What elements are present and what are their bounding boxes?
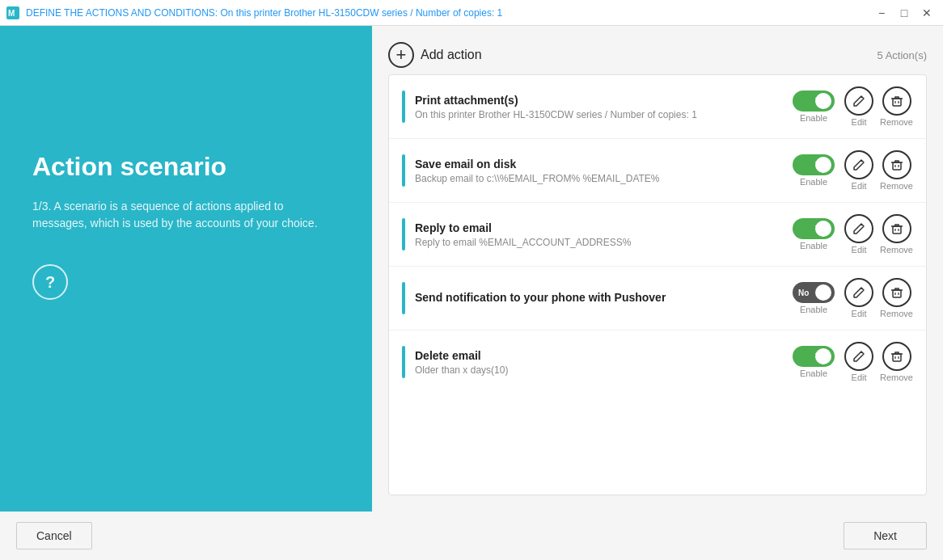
trash-icon [890, 286, 903, 299]
titlebar: M DEFINE THE ACTIONS AND CONDITIONS: On … [0, 0, 943, 26]
list-item: Save email on disk Backup email to c:\\%… [389, 139, 926, 203]
edit-icon [852, 286, 865, 299]
edit-icon [852, 222, 865, 235]
action-buttons: Edit Remove [844, 278, 913, 318]
right-panel: + Add action 5 Action(s) Print attachmen… [372, 26, 943, 512]
enable-label: Enable [800, 113, 827, 123]
action-subtitle: Backup email to c:\\%EMAIL_FROM% %EMAIL_… [415, 173, 783, 184]
action-bar [402, 91, 405, 123]
list-item: Reply to email Reply to email %EMAIL_ACC… [389, 203, 926, 267]
edit-button[interactable] [844, 342, 873, 371]
help-button[interactable]: ? [32, 264, 68, 300]
remove-wrap: Remove [880, 214, 913, 255]
action-info: Reply to email Reply to email %EMAIL_ACC… [415, 221, 783, 248]
svg-rect-10 [893, 226, 901, 234]
toggle-wrap: Yes Enable [793, 218, 835, 251]
actions-list: Print attachment(s) On this printer Brot… [388, 74, 927, 495]
remove-button[interactable] [882, 150, 911, 179]
action-bar [402, 218, 405, 251]
remove-label: Remove [880, 245, 913, 255]
action-buttons: Edit Remove [844, 150, 913, 191]
next-button[interactable]: Next [844, 522, 927, 549]
action-buttons: Edit Remove [844, 342, 913, 382]
panel-description: 1/3. A scenario is a sequence of actions… [32, 198, 340, 232]
edit-label: Edit [852, 309, 867, 318]
enable-toggle[interactable]: Yes [793, 91, 835, 112]
list-item: Print attachment(s) On this printer Brot… [389, 75, 926, 139]
edit-button[interactable] [844, 150, 873, 179]
remove-button[interactable] [882, 278, 911, 307]
enable-toggle[interactable]: Yes [793, 218, 835, 239]
enable-toggle[interactable]: Yes [793, 346, 835, 367]
remove-label: Remove [880, 117, 913, 127]
main-content: Action scenario 1/3. A scenario is a seq… [0, 26, 943, 512]
action-info: Save email on disk Backup email to c:\\%… [415, 158, 783, 184]
edit-wrap: Edit [844, 342, 873, 382]
remove-button[interactable] [882, 214, 911, 243]
add-icon: + [388, 42, 414, 68]
window-controls: − □ ✕ [872, 5, 937, 21]
trash-icon [890, 95, 903, 107]
list-item: Send notification to your phone with Pus… [389, 267, 926, 331]
action-subtitle: On this printer Brother HL-3150CDW serie… [415, 109, 783, 120]
action-bar [402, 282, 405, 314]
add-action-button[interactable]: + Add action [388, 42, 482, 68]
action-title: Delete email [415, 349, 783, 362]
svg-rect-2 [893, 99, 901, 106]
enable-label: Enable [800, 305, 827, 314]
edit-icon [852, 158, 865, 171]
svg-rect-18 [893, 354, 901, 361]
enable-label: Enable [800, 177, 827, 187]
remove-wrap: Remove [880, 150, 913, 191]
edit-wrap: Edit [844, 86, 873, 127]
edit-wrap: Edit [844, 278, 873, 318]
svg-rect-14 [893, 290, 901, 297]
maximize-button[interactable]: □ [894, 5, 914, 21]
action-buttons: Edit Remove [844, 214, 913, 255]
trash-icon [890, 350, 903, 363]
enable-toggle[interactable]: No [793, 282, 835, 303]
edit-button[interactable] [844, 214, 873, 243]
bottom-bar: Cancel Next [0, 512, 943, 560]
edit-label: Edit [852, 181, 867, 191]
edit-button[interactable] [844, 86, 873, 116]
remove-label: Remove [880, 309, 913, 318]
remove-wrap: Remove [880, 342, 913, 382]
action-subtitle: Older than x days(10) [415, 364, 783, 376]
remove-label: Remove [880, 181, 913, 191]
action-info: Send notification to your phone with Pus… [415, 291, 783, 306]
enable-label: Enable [800, 368, 827, 378]
action-bar [402, 346, 405, 378]
toggle-wrap: Yes Enable [793, 346, 835, 378]
enable-toggle[interactable]: Yes [793, 154, 835, 175]
toggle-wrap: Yes Enable [793, 154, 835, 187]
action-bar [402, 154, 405, 187]
action-subtitle: Reply to email %EMAIL_ACCOUNT_ADDRESS% [415, 237, 783, 248]
action-title: Print attachment(s) [415, 94, 783, 107]
add-action-label: Add action [421, 48, 482, 62]
edit-icon [852, 95, 865, 107]
close-button[interactable]: ✕ [917, 5, 937, 21]
edit-button[interactable] [844, 278, 873, 307]
remove-wrap: Remove [880, 278, 913, 318]
remove-button[interactable] [882, 342, 911, 371]
edit-label: Edit [852, 117, 867, 127]
edit-label: Edit [852, 245, 867, 255]
left-panel: Action scenario 1/3. A scenario is a seq… [0, 26, 372, 512]
action-info: Print attachment(s) On this printer Brot… [415, 94, 783, 120]
edit-icon [852, 350, 865, 363]
app-icon: M [6, 6, 19, 19]
svg-text:M: M [8, 9, 15, 18]
edit-label: Edit [852, 373, 867, 382]
help-icon: ? [45, 273, 55, 292]
remove-label: Remove [880, 373, 913, 382]
action-title: Reply to email [415, 221, 783, 234]
trash-icon [890, 158, 903, 171]
enable-label: Enable [800, 241, 827, 251]
remove-button[interactable] [882, 86, 911, 116]
remove-wrap: Remove [880, 86, 913, 127]
toggle-wrap: Yes Enable [793, 91, 835, 123]
toggle-wrap: No Enable [793, 282, 835, 314]
minimize-button[interactable]: − [872, 5, 891, 21]
cancel-button[interactable]: Cancel [16, 522, 92, 549]
